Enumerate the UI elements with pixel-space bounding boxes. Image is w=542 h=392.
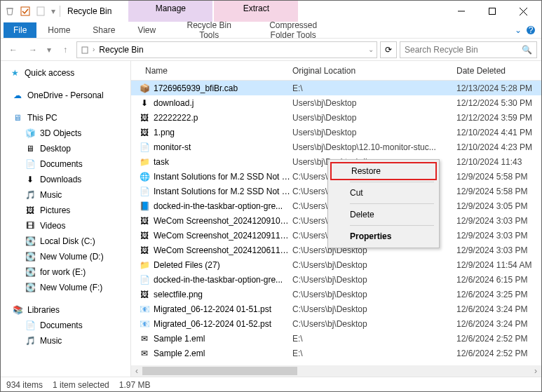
file-icon: 📁 (138, 259, 151, 271)
file-icon: ✉ (138, 348, 151, 359)
file-name: Instant Solutions for M.2 SSD Not S... (151, 187, 292, 196)
maximize-button[interactable] (477, 1, 508, 21)
chevron-down-icon[interactable]: ⌄ (368, 46, 374, 53)
nav-item[interactable]: 📄Documents (1, 156, 130, 172)
chevron-right-icon[interactable]: › (93, 46, 95, 53)
scroll-right-icon[interactable]: › (530, 366, 541, 376)
table-row[interactable]: 📧Migrated_06-12-2024 01-51.pstC:\Users\b… (131, 302, 541, 316)
cloud-icon: ☁ (12, 90, 23, 101)
tab-compressed-tools[interactable]: Compressed Folder Tools (251, 18, 335, 43)
nav-item[interactable]: 🧊3D Objects (1, 126, 130, 141)
file-date: 12/9/2024 5:58 PM (451, 187, 541, 196)
file-location: C:\Users\bj\Desktop (292, 275, 451, 285)
file-name: WeCom Screenshot_202412091100... (151, 231, 292, 241)
table-row[interactable]: ✉Sample 2.emlE:\12/6/2024 2:52 PM (131, 346, 541, 360)
col-date-deleted[interactable]: Date Deleted (451, 66, 541, 76)
refresh-button[interactable]: ⟳ (380, 41, 397, 58)
table-row[interactable]: 📄docked-in-the-taskbar-option-gre...C:\U… (131, 272, 541, 287)
back-button[interactable]: ← (5, 41, 22, 58)
ribbon-expand-icon[interactable]: ⌄ (510, 25, 526, 35)
file-date: 12/6/2024 3:24 PM (451, 319, 541, 329)
window-title: Recycle Bin (67, 6, 111, 16)
col-original-location[interactable]: Original Location (292, 66, 451, 76)
table-row[interactable]: 📁Deleted Files (27)C:\Users\bj\Desktop12… (131, 257, 541, 272)
qa-checkbox-icon[interactable] (19, 5, 32, 18)
menu-cut[interactable]: Cut (330, 184, 437, 202)
tab-share[interactable]: Share (81, 22, 126, 38)
file-date: 12/10/2024 4:23 PM (451, 142, 541, 152)
star-icon: ★ (9, 67, 20, 79)
nav-quick-access[interactable]: ★ Quick access (1, 65, 130, 81)
scroll-thumb[interactable] (142, 367, 297, 375)
context-menu: Restore Cut Delete Properties (327, 159, 440, 248)
table-row[interactable]: ⬇download.jUsers\bj\Desktop12/12/2024 5:… (131, 95, 541, 110)
nav-lib-item[interactable]: 🎵Music (1, 333, 130, 349)
file-location: C:\Users\bj\Desktop (292, 319, 451, 329)
file-date: 12/9/2024 3:03 PM (451, 245, 541, 255)
qa-file-icon[interactable] (34, 5, 47, 18)
nav-item[interactable]: 💽for work (E:) (1, 264, 130, 280)
nav-item[interactable]: 🎵Music (1, 187, 130, 203)
table-row[interactable]: 📦1726965939_bfiBr.cabE:\12/13/2024 5:28 … (131, 81, 541, 95)
nav-libraries[interactable]: 📚 Libraries (1, 302, 130, 318)
nav-item-icon: 💽 (25, 236, 36, 247)
menu-delete[interactable]: Delete (330, 205, 437, 224)
breadcrumb[interactable]: Recycle Bin (97, 45, 144, 55)
nav-onedrive[interactable]: ☁ OneDrive - Personal (1, 88, 130, 103)
search-icon: 🔍 (522, 45, 532, 55)
table-row[interactable]: 📄monitor-stUsers\bj\Desktop\12.10-monito… (131, 140, 541, 154)
table-row[interactable]: 🖼22222222.pUsers\bj\Desktop12/12/2024 3:… (131, 110, 541, 125)
file-name: docked-in-the-taskbar-option-gre... (151, 275, 292, 285)
file-name: WeCom Screenshot_202412091059... (151, 216, 292, 226)
file-icon: 📧 (138, 304, 151, 315)
file-date: 12/9/2024 3:05 PM (451, 201, 541, 211)
nav-tree: ★ Quick access ☁ OneDrive - Personal 🖥 T… (1, 61, 131, 377)
col-name[interactable]: Name (131, 66, 292, 76)
file-name: monitor-st (151, 142, 292, 152)
nav-this-pc[interactable]: 🖥 This PC (1, 110, 130, 126)
table-row[interactable]: ✉Sample 1.emlE:\12/6/2024 2:52 PM (131, 331, 541, 346)
nav-item-label: Music (40, 336, 62, 346)
nav-item[interactable]: 🎞Videos (1, 218, 130, 234)
table-row[interactable]: 🖼1.pngUsers\bj\Desktop12/10/2024 4:41 PM (131, 125, 541, 140)
horizontal-scrollbar[interactable]: ‹ › (131, 365, 541, 377)
nav-item[interactable]: 🖥Desktop (1, 141, 130, 156)
close-button[interactable] (508, 1, 538, 21)
menu-restore[interactable]: Restore (330, 162, 437, 180)
file-icon: 📄 (138, 274, 151, 285)
svg-rect-3 (489, 8, 496, 15)
menu-properties[interactable]: Properties (330, 227, 437, 245)
recent-dropdown-icon[interactable]: ▾ (44, 41, 54, 58)
nav-lib-item[interactable]: 📄Documents (1, 318, 130, 333)
file-location: C:\Users\bj\Desktop (292, 260, 451, 270)
qa-dropdown-icon[interactable]: ▾ (50, 5, 57, 18)
nav-item-label: Desktop (40, 144, 71, 154)
nav-item[interactable]: 💽New Volume (D:) (1, 249, 130, 264)
svg-rect-0 (21, 7, 29, 15)
nav-item[interactable]: 🖼Pictures (1, 203, 130, 218)
file-tab[interactable]: File (4, 22, 36, 38)
table-row[interactable]: 📧Migrated_06-12-2024 01-52.pstC:\Users\b… (131, 316, 541, 331)
nav-item[interactable]: 💽Local Disk (C:) (1, 234, 130, 249)
file-location: C:\Users\bj\Desktop (292, 304, 451, 314)
scroll-left-icon[interactable]: ‹ (131, 366, 142, 376)
file-icon: 🖼 (138, 230, 151, 241)
tab-home[interactable]: Home (36, 22, 81, 38)
up-button[interactable]: ↑ (57, 41, 74, 58)
minimize-button[interactable] (446, 1, 477, 21)
tab-view[interactable]: View (126, 22, 167, 38)
forward-button[interactable]: → (25, 41, 41, 58)
file-icon: 🖼 (138, 215, 151, 227)
file-location: E:\ (292, 349, 451, 358)
help-icon[interactable]: ? (526, 25, 541, 35)
nav-item[interactable]: ⬇Downloads (1, 172, 130, 187)
address-bar[interactable]: › Recycle Bin ⌄ (76, 41, 377, 58)
nav-item-icon: 💽 (25, 282, 36, 293)
nav-item-icon: 🖥 (25, 143, 36, 154)
svg-rect-8 (82, 47, 88, 53)
table-row[interactable]: 🖼selectfile.pngC:\Users\bj\Desktop12/6/2… (131, 287, 541, 302)
search-input[interactable]: Search Recycle Bin 🔍 (400, 41, 537, 58)
recycle-bin-small-icon (80, 45, 90, 55)
tab-recyclebin-tools[interactable]: Recycle Bin Tools (167, 18, 251, 43)
nav-item[interactable]: 💽New Volume (F:) (1, 280, 130, 295)
